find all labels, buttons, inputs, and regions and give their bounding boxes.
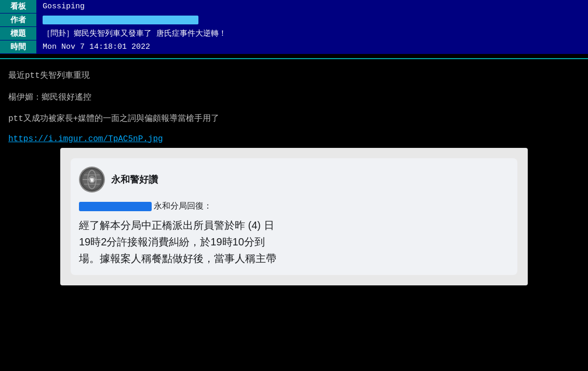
author-label: 作者 [0,13,36,26]
time-label: 時間 [0,40,36,53]
author-row: 作者 [0,13,588,27]
divider [0,58,588,59]
content-link[interactable]: https://i.imgur.com/TpAC5nP.jpg [8,134,163,144]
time-value: Mon Nov 7 14:18:01 2022 [36,40,588,53]
fb-post-header: 警 永和警好讚 [79,167,509,193]
author-value [36,13,588,26]
content-link-container: https://i.imgur.com/TpAC5nP.jpg [8,134,580,144]
fb-text-line2: 19時2分許接報消費糾紛，於19時10分到 [79,233,509,250]
fb-reply-intro: 永和分局回復： [154,201,212,210]
embedded-image-container: 警 永和警好讚 永和分局回復： 經了解本分局中正橋派出所員警於昨 (4) 日 1… [60,148,528,285]
fb-avatar: 警 [79,167,105,193]
fb-post: 警 永和警好讚 永和分局回復： 經了解本分局中正橋派出所員警於昨 (4) 日 1… [71,158,517,275]
fb-text-line1: 經了解本分局中正橋派出所員警於昨 (4) 日 [79,217,509,233]
board-value: Gossiping [36,0,588,13]
time-row: 時間 Mon Nov 7 14:18:01 2022 [0,40,588,54]
board-row: 看板 Gossiping [0,0,588,13]
content-line-2: 楊伊媚：鄉民很好遙控 [8,91,580,105]
svg-text:警: 警 [90,178,95,183]
fb-text-line3: 場。據報案人稱餐點做好後，當事人稱主帶 [79,250,509,267]
header-section: 看板 Gossiping 作者 標題 ［問卦］鄉民失智列車又發車了 唐氏症事件大… [0,0,588,54]
blurred-name-span [79,202,152,211]
content-line-1: 最近ptt失智列車重現 [8,70,580,83]
title-label: 標題 [0,27,36,40]
title-row: 標題 ［問卦］鄉民失智列車又發車了 唐氏症事件大逆轉！ [0,27,588,40]
fb-post-content: 永和分局回復： 經了解本分局中正橋派出所員警於昨 (4) 日 19時2分許接報消… [79,199,509,267]
title-value: ［問卦］鄉民失智列車又發車了 唐氏症事件大逆轉！ [36,27,588,40]
fb-page-name: 永和警好讚 [111,173,158,186]
board-label: 看板 [0,0,36,13]
content-area: 最近ptt失智列車重現 楊伊媚：鄉民很好遙控 ptt又成功被家長+媒體的一面之詞… [0,63,588,292]
page-container: 看板 Gossiping 作者 標題 ［問卦］鄉民失智列車又發車了 唐氏症事件大… [0,0,588,292]
fb-reply-line: 永和分局回復： [79,199,509,213]
content-line-3: ptt又成功被家長+媒體的一面之詞與偏頗報導當槍手用了 [8,113,580,126]
